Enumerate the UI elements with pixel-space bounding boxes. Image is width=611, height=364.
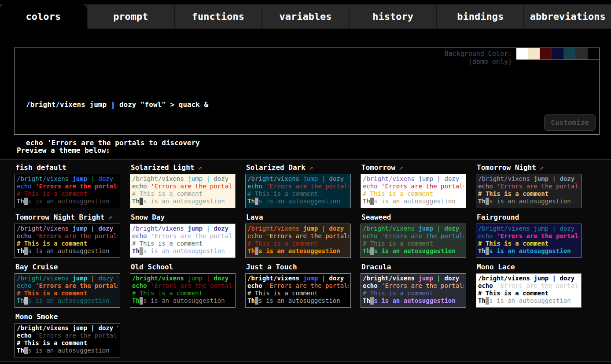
theme-title-text: Old School bbox=[131, 263, 173, 271]
theme-item: Tomorrow Night↗ /bright/vixens jump | do… bbox=[476, 162, 582, 208]
tab-bindings[interactable]: bindings bbox=[436, 4, 524, 29]
tab-variables[interactable]: variables bbox=[261, 4, 349, 29]
sample-th: Th bbox=[363, 247, 370, 254]
tab-bar: colors prompt functions variables histor… bbox=[0, 4, 611, 29]
theme-card[interactable]: /bright/vixens jump | dozy "echo 'Errors… bbox=[130, 224, 236, 258]
sample-pipe: | bbox=[548, 275, 559, 282]
external-link-icon[interactable]: ↗ bbox=[309, 163, 313, 172]
sample-echo: echo bbox=[363, 282, 381, 289]
sample-command: jump bbox=[303, 275, 318, 282]
bg-swatch-maroon[interactable] bbox=[540, 48, 552, 59]
sample-path: /bright/vixens bbox=[247, 225, 303, 232]
sample-param: dozy bbox=[559, 175, 574, 182]
sample-path: /bright/vixens bbox=[132, 175, 188, 182]
theme-item: Tomorrow↗ /bright/vixens jump | dozy "ec… bbox=[361, 162, 466, 208]
theme-card[interactable]: /bright/vixens jump | dozy "echo 'Errors… bbox=[361, 273, 466, 308]
tab-functions[interactable]: functions bbox=[174, 4, 261, 29]
theme-card[interactable]: /bright/vixens jump | dozy "echo 'Errors… bbox=[476, 273, 582, 308]
sample-suggestion: s is an autosuggestion bbox=[28, 297, 109, 304]
themes-grid: fish default /bright/vixens jump | dozy … bbox=[15, 162, 611, 357]
theme-card[interactable]: /bright/vixens jump | dozy "echo 'Errors… bbox=[476, 224, 582, 258]
sample-command: jump bbox=[418, 225, 433, 232]
sample-quoted: 'Errors are the portals bbox=[381, 232, 464, 239]
theme-card[interactable]: /bright/vixens jump | dozy "echo 'Errors… bbox=[130, 273, 236, 308]
theme-card[interactable]: /bright/vixens jump | dozy "echo 'Errors… bbox=[15, 174, 120, 208]
sample-param: dozy bbox=[213, 275, 228, 282]
bg-swatch-teal[interactable] bbox=[563, 48, 575, 59]
theme-item: Dracula /bright/vixens jump | dozy "echo… bbox=[361, 262, 466, 308]
sample-quoted: 'Errors are the portals bbox=[266, 232, 349, 239]
bg-swatch-white[interactable] bbox=[516, 48, 528, 59]
theme-title: Just a Touch bbox=[246, 263, 351, 272]
tab-history[interactable]: history bbox=[349, 4, 436, 29]
sample-th: Th bbox=[132, 247, 140, 254]
theme-card[interactable]: /bright/vixens jump | dozy "echo 'Errors… bbox=[245, 224, 351, 258]
tab-colors[interactable]: colors bbox=[0, 4, 87, 29]
sample-suggestion: s is an autosuggestion bbox=[143, 247, 225, 254]
sample-param: dozy bbox=[329, 175, 344, 182]
theme-title-text: Bay Cruise bbox=[15, 263, 58, 271]
background-swatch-row bbox=[516, 48, 599, 60]
theme-title-text: Mono Smoke bbox=[15, 313, 58, 321]
sample-quoted: 'Errors are the portals bbox=[35, 332, 118, 339]
sample-command: jump bbox=[418, 175, 433, 182]
sample-command: jump bbox=[303, 225, 318, 232]
theme-item: Mono Lace /bright/vixens jump | dozy "ec… bbox=[476, 262, 582, 308]
sample-quote_open: " bbox=[228, 225, 233, 232]
external-link-icon[interactable]: ↗ bbox=[540, 163, 544, 172]
sample-quoted: 'Errors are the portals bbox=[266, 282, 349, 289]
sample-quote_open: " bbox=[113, 225, 118, 232]
sample-path: /bright/vixens bbox=[17, 175, 72, 182]
tab-prompt[interactable]: prompt bbox=[87, 4, 174, 29]
external-link-icon[interactable]: ↗ bbox=[198, 163, 202, 172]
theme-card[interactable]: /bright/vixens jump | dozy "echo 'Errors… bbox=[361, 224, 466, 258]
sample-comment: # This is a comment bbox=[478, 290, 548, 297]
sample-quote_open: " bbox=[344, 175, 349, 182]
sample-echo: echo bbox=[247, 183, 266, 190]
sample-suggestion: s is an autosuggestion bbox=[143, 198, 225, 205]
theme-title-text: Dracula bbox=[361, 263, 391, 271]
bg-swatch-black[interactable] bbox=[587, 48, 599, 59]
sample-echo: echo bbox=[132, 183, 151, 190]
theme-card[interactable]: /bright/vixens jump | dozy "echo 'Errors… bbox=[15, 323, 120, 357]
background-color-control: Background Color: (demo only) bbox=[444, 48, 599, 66]
sample-quoted: 'Errors are the portals bbox=[381, 183, 464, 190]
sample-quote_open: " bbox=[344, 225, 349, 232]
bg-swatch-navy[interactable] bbox=[552, 48, 563, 59]
sample-comment: # This is a comment bbox=[17, 290, 87, 297]
theme-card[interactable]: /bright/vixens jump | dozy "echo 'Errors… bbox=[245, 174, 351, 208]
external-link-icon[interactable]: ↗ bbox=[399, 163, 403, 172]
sample-th: Th bbox=[17, 247, 24, 254]
sample-pipe: | bbox=[87, 225, 98, 232]
sample-quote_open: " bbox=[228, 175, 233, 182]
theme-card[interactable]: /bright/vixens jump | dozy "echo 'Errors… bbox=[245, 273, 351, 308]
sample-suggestion: s is an autosuggestion bbox=[28, 347, 109, 354]
customize-button[interactable]: Customize bbox=[544, 114, 596, 131]
sample-pipe: | bbox=[202, 275, 213, 282]
sample-quote_open: " bbox=[113, 175, 118, 182]
bg-swatch-cream[interactable] bbox=[528, 48, 540, 59]
sample-quoted: 'Errors are the portals bbox=[497, 183, 579, 190]
sample-param: dozy bbox=[213, 225, 228, 232]
theme-title: Tomorrow Night↗ bbox=[477, 163, 582, 173]
sample-command: jump bbox=[418, 275, 433, 282]
theme-card[interactable]: /bright/vixens jump | dozy "echo 'Errors… bbox=[15, 224, 120, 258]
sample-suggestion: s is an autosuggestion bbox=[489, 297, 571, 304]
sample-param: dozy bbox=[98, 175, 113, 182]
sample-quoted: 'Errors are the portals bbox=[381, 282, 464, 289]
sample-path: /bright/vixens bbox=[247, 175, 303, 182]
sample-path: /bright/vixens bbox=[363, 275, 418, 282]
sample-command: jump bbox=[188, 275, 202, 282]
sample-quoted: 'Errors are the portals bbox=[151, 282, 233, 289]
sample-th: Th bbox=[132, 297, 140, 304]
sample-path: /bright/vixens bbox=[478, 225, 534, 232]
theme-card[interactable]: /bright/vixens jump | dozy "echo 'Errors… bbox=[15, 273, 120, 308]
theme-card[interactable]: /bright/vixens jump | dozy "echo 'Errors… bbox=[476, 174, 582, 208]
theme-card[interactable]: /bright/vixens jump | dozy "echo 'Errors… bbox=[130, 174, 236, 208]
tab-abbreviations[interactable]: abbreviations bbox=[523, 4, 611, 29]
sample-path: /bright/vixens bbox=[17, 225, 72, 232]
external-link-icon[interactable]: ↗ bbox=[108, 213, 112, 221]
sample-quoted: 'Errors are the portals bbox=[151, 183, 233, 190]
bg-swatch-charcoal[interactable] bbox=[575, 48, 587, 59]
theme-card[interactable]: /bright/vixens jump | dozy "echo 'Errors… bbox=[361, 174, 466, 208]
